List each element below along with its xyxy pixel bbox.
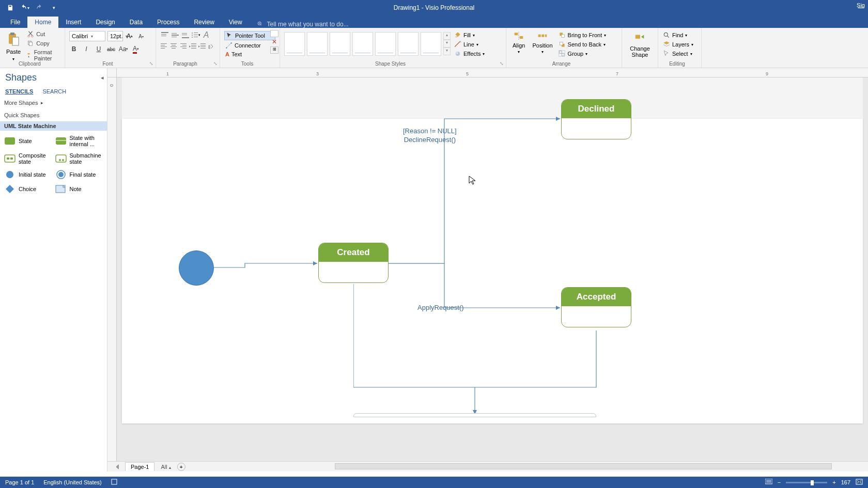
bring-to-front-button[interactable]: Bring to Front▾ bbox=[558, 31, 607, 39]
style-item[interactable] bbox=[284, 32, 305, 56]
align-bottom-button[interactable] bbox=[181, 31, 190, 39]
shape-note[interactable]: Note bbox=[55, 184, 103, 194]
shape-styles-dialog-launcher[interactable]: ⤡ bbox=[500, 61, 505, 66]
gallery-down[interactable]: ▾ bbox=[443, 40, 451, 48]
partial-shape-bottom[interactable] bbox=[353, 413, 596, 417]
zoom-in-button[interactable]: + bbox=[832, 479, 835, 485]
line-button[interactable]: Line▾ bbox=[454, 40, 485, 49]
scroll-left-button[interactable] bbox=[114, 464, 119, 469]
style-item[interactable] bbox=[398, 32, 419, 56]
layers-button[interactable]: Layers▾ bbox=[662, 40, 697, 49]
send-to-back-button[interactable]: Send to Back▾ bbox=[558, 40, 607, 49]
bullets-button[interactable]: ▾ bbox=[191, 31, 200, 39]
text-tool-button[interactable]: A Text bbox=[224, 51, 275, 58]
connector-initial-to-created[interactable] bbox=[214, 249, 322, 270]
tab-view[interactable]: View bbox=[222, 17, 250, 28]
shape-final-state[interactable]: Final state bbox=[55, 170, 103, 179]
connector-tool-button[interactable]: Connector bbox=[224, 41, 275, 50]
align-center-button[interactable] bbox=[169, 42, 178, 51]
tab-review[interactable]: Review bbox=[187, 17, 221, 28]
format-painter-button[interactable]: Format Painter bbox=[26, 49, 60, 62]
strike-button[interactable]: abc bbox=[106, 44, 116, 54]
style-item[interactable] bbox=[307, 32, 328, 56]
paragraph-dialog-launcher[interactable]: ⤡ bbox=[213, 61, 219, 66]
undo-button[interactable]: ▾ bbox=[20, 3, 30, 13]
style-item[interactable] bbox=[421, 32, 441, 56]
style-item[interactable] bbox=[330, 32, 350, 56]
zoom-out-button[interactable]: − bbox=[778, 479, 781, 485]
font-size-combo[interactable]: 12pt. bbox=[107, 31, 123, 41]
search-tab[interactable]: SEARCH bbox=[42, 88, 66, 95]
decline-label[interactable]: [Reason != NULL] DeclineRequest() bbox=[403, 127, 457, 145]
align-middle-button[interactable] bbox=[171, 31, 180, 39]
fill-button[interactable]: Fill▾ bbox=[454, 31, 485, 39]
gallery-more[interactable]: ▾ bbox=[443, 48, 451, 55]
shape-choice[interactable]: Choice bbox=[4, 184, 52, 194]
shape-initial-state[interactable]: Initial state bbox=[4, 170, 52, 179]
style-item[interactable] bbox=[352, 32, 373, 56]
vertical-ruler[interactable]: 0 bbox=[107, 77, 117, 462]
horizontal-ruler[interactable]: 1 3 5 7 9 bbox=[117, 68, 868, 77]
align-left-button[interactable] bbox=[160, 42, 168, 51]
shape-state[interactable]: State bbox=[4, 135, 52, 147]
clear-format-button[interactable]: A bbox=[202, 31, 211, 39]
group-button[interactable]: Group▾ bbox=[558, 50, 607, 58]
stencils-tab[interactable]: STENCILS bbox=[5, 88, 33, 95]
add-page-button[interactable]: + bbox=[177, 463, 185, 471]
initial-state-shape[interactable] bbox=[179, 250, 214, 286]
state-created[interactable]: Created bbox=[318, 243, 389, 283]
effects-button[interactable]: Effects▾ bbox=[454, 50, 485, 58]
tab-process[interactable]: Process bbox=[150, 17, 187, 28]
font-dialog-launcher[interactable]: ⤡ bbox=[149, 61, 154, 66]
collapse-shapes-pane-button[interactable]: ◂ bbox=[101, 74, 104, 81]
pointer-tool-button[interactable]: Pointer Tool bbox=[224, 31, 275, 40]
font-color-button[interactable]: A▾ bbox=[131, 44, 141, 54]
quick-shapes-button[interactable]: Quick Shapes bbox=[0, 109, 107, 121]
close-x-button[interactable]: ✕ bbox=[270, 38, 278, 45]
page-tab-1[interactable]: Page-1 bbox=[125, 462, 154, 471]
status-language[interactable]: English (United States) bbox=[43, 479, 102, 485]
horizontal-scrollbar[interactable] bbox=[335, 463, 832, 469]
state-declined[interactable]: Declined bbox=[561, 99, 631, 139]
shape-composite-state[interactable]: Composite state bbox=[4, 152, 52, 165]
drawing-page[interactable]: Created Declined Accepted bbox=[122, 119, 863, 423]
more-shapes-button[interactable]: More Shapes ▸ bbox=[0, 97, 107, 109]
font-name-combo[interactable]: Calibri bbox=[69, 31, 105, 41]
tab-insert[interactable]: Insert bbox=[58, 17, 88, 28]
italic-button[interactable]: I bbox=[82, 44, 91, 54]
copy-button[interactable]: Copy bbox=[26, 39, 60, 48]
shrink-font-button[interactable]: A▾ bbox=[136, 32, 146, 41]
shape-state-internal[interactable]: State with internal ... bbox=[55, 135, 103, 147]
increase-indent-button[interactable] bbox=[198, 42, 206, 51]
case-button[interactable]: Aa▾ bbox=[119, 44, 128, 54]
tab-file[interactable]: File bbox=[3, 17, 27, 28]
gallery-up[interactable]: ▴ bbox=[443, 32, 451, 40]
tell-me-search[interactable]: Tell me what you want to do... bbox=[257, 21, 349, 28]
rectangle-tool-button[interactable] bbox=[270, 30, 278, 37]
sign-in[interactable]: Sig bbox=[857, 2, 865, 8]
redo-button[interactable] bbox=[34, 3, 44, 13]
align-right-button[interactable] bbox=[179, 42, 187, 51]
bold-button[interactable]: B bbox=[69, 44, 79, 54]
stencil-uml-state-machine[interactable]: UML State Machine bbox=[0, 121, 107, 131]
save-button[interactable] bbox=[5, 3, 16, 13]
shape-submachine-state[interactable]: Submachine state bbox=[55, 152, 103, 165]
style-item[interactable] bbox=[375, 32, 396, 56]
connector-merge-down[interactable] bbox=[353, 284, 601, 418]
underline-button[interactable]: U bbox=[94, 44, 103, 54]
select-button[interactable]: Select▾ bbox=[662, 50, 697, 58]
find-button[interactable]: Find▾ bbox=[662, 31, 697, 39]
decrease-indent-button[interactable] bbox=[189, 42, 197, 51]
drawing-canvas[interactable]: Created Declined Accepted bbox=[117, 77, 868, 462]
align-top-button[interactable] bbox=[160, 31, 169, 39]
macro-record-icon[interactable] bbox=[111, 479, 117, 486]
page-all-button[interactable]: All ▴ bbox=[161, 464, 171, 470]
tab-home[interactable]: Home bbox=[27, 17, 58, 28]
presentation-mode-button[interactable] bbox=[765, 479, 772, 486]
qat-more[interactable]: ▾ bbox=[49, 3, 59, 13]
change-shape-button[interactable]: Change Shape bbox=[626, 30, 654, 60]
zoom-slider[interactable] bbox=[786, 482, 827, 483]
rotate-text-button[interactable] bbox=[207, 42, 215, 51]
zoom-value[interactable]: 167 bbox=[841, 479, 850, 485]
tool-more-button[interactable]: ⊞ bbox=[270, 46, 278, 54]
